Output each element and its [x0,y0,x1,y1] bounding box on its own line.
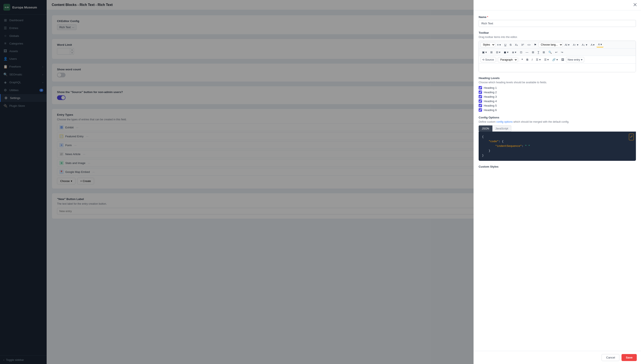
source-label: Source [485,58,494,61]
custom-styles-section: Custom Styles [479,165,636,168]
name-input[interactable] [479,20,636,27]
ai-button[interactable]: AI ▾ [563,42,571,47]
align-button[interactable]: ≡ ▾ [496,42,502,47]
ul-button[interactable]: ☰ ▾ [534,57,542,62]
flag-button[interactable]: ⚑ [532,42,538,47]
show-blocks-button[interactable]: T̲ [536,50,541,55]
expand-icon[interactable]: ⤢ [629,134,634,140]
config-tabs: JSON JavaScript [479,126,636,132]
underline-button[interactable]: U [503,42,508,47]
toolbar-row-3: ⟲ Source Paragraph ❝ B I ☰ ▾ ☰ ▾ 🔗 ▾ 🖼 [479,56,636,64]
image-button[interactable]: 🖼 [560,57,565,62]
find-replace-button[interactable]: 🔍 [547,50,553,55]
toolbar-field-desc: Drag toolbar items into the editor. [479,36,636,38]
modal-header [473,0,641,10]
link-button[interactable]: 🔗 ▾ [551,57,559,62]
list-button[interactable]: ≣ ▾ [510,50,518,55]
heading-1-item: Heading 1 [479,86,636,90]
block-quote-button[interactable]: ◼ ▾ [502,50,510,55]
font-size-down-button[interactable]: A↓ ▾ [580,42,589,47]
heading-4-checkbox[interactable] [479,99,482,103]
heading-2-checkbox[interactable] [479,90,482,94]
special-chars-button[interactable]: ⊞ [489,50,494,55]
config-options-label: Config Options [479,116,636,119]
indent-button[interactable]: — [524,50,530,55]
paragraph-select[interactable]: Paragraph [498,57,518,62]
javascript-tab[interactable]: JavaScript [492,126,511,132]
json-tab[interactable]: JSON [479,126,492,132]
superscript-button[interactable]: X² [520,42,525,47]
modal-close-button[interactable] [633,3,637,7]
toolbar-row-1: Styles ≡ ▾ U S X₂ X² <> ⚑ Choose lang...… [479,41,636,49]
divider [519,58,519,62]
config-options-desc: Define custom config options which shoul… [479,120,636,123]
name-field-label: Name* [479,16,636,19]
toolbar-field-label: Toolbar [479,31,636,34]
modal-body: Name* Toolbar Drag toolbar items into th… [473,10,641,351]
modal-overlay: Name* Toolbar Drag toolbar items into th… [0,0,641,364]
subscript-button[interactable]: X₂ [513,42,519,47]
heading-2-label: Heading 2 [484,91,497,94]
heading-6-checkbox[interactable] [479,108,482,112]
required-star: * [487,16,488,19]
chevron-down-icon: ▾ [581,58,582,61]
toolbar-container: Styles ≡ ▾ U S X₂ X² <> ⚑ Choose lang...… [479,41,636,72]
strikethrough-button[interactable]: S [508,42,513,47]
new-entry-button[interactable]: New entry ▾ [566,57,584,62]
cancel-button[interactable]: Cancel [601,354,619,361]
heading-1-checkbox[interactable] [479,86,482,90]
page-break-button[interactable]: ⊞ [530,50,536,55]
heading-1-label: Heading 1 [484,86,497,90]
language-select[interactable]: Choose lang... [538,42,563,47]
table-button[interactable]: ⊟ ▾ [494,50,502,55]
code-button[interactable]: <> [526,42,532,47]
modal-footer: Cancel Save [473,351,641,364]
bold-button[interactable]: B [525,57,530,62]
heading-levels-desc: Choose which heading levels should be av… [479,81,636,84]
divider [497,58,497,62]
config-code-block: ⤢ { "code": { "indentSequence": " " } } [479,132,636,161]
save-button[interactable]: Save [621,354,637,361]
styles-select[interactable]: Styles [480,42,495,47]
heading-levels-label: Heading Levels [479,76,636,80]
undo-button[interactable]: ↩ [554,50,559,55]
heading-levels-section: Heading Levels Choose which heading leve… [479,76,636,112]
source-button[interactable]: ⟲ Source [480,57,496,62]
heading-4-item: Heading 4 [479,99,636,103]
heading-5-checkbox[interactable] [479,104,482,107]
outdent-button[interactable]: ⊡ [518,50,524,55]
media-button[interactable]: ▣ ▾ [480,50,488,55]
modal-panel: Name* Toolbar Drag toolbar items into th… [473,0,641,364]
source-icon: ⟲ [482,58,484,61]
italic-button[interactable]: I [530,57,534,62]
blockquote-button[interactable]: ❝ [520,57,524,62]
heading-5-item: Heading 5 [479,104,636,107]
toolbar-preview-area[interactable] [479,64,636,72]
heading-6-label: Heading 6 [484,108,497,112]
config-options-link[interactable]: config options [496,120,512,123]
heading-6-item: Heading 6 [479,108,636,112]
redo-button[interactable]: ↪ [559,50,565,55]
heading-2-item: Heading 2 [479,90,636,94]
new-entry-label: New entry [568,58,580,61]
heading-3-item: Heading 3 [479,95,636,98]
ol-button[interactable]: ☰ ▾ [543,57,550,62]
font-bg-button[interactable]: A ▾ [596,42,603,48]
font-color-button[interactable]: A ▾ [589,42,596,47]
heading-3-label: Heading 3 [484,95,497,98]
heading-4-label: Heading 4 [484,100,497,103]
config-options-section: Config Options Define custom config opti… [479,116,636,161]
font-size-up-button[interactable]: A↑ ▾ [571,42,580,47]
toolbar-row-2: ▣ ▾ ⊞ ⊟ ▾ ◼ ▾ ≣ ▾ ⊡ — ⊞ T̲ ⊞ 🔍 ↩ ↪ [479,49,636,56]
source-editing-button2[interactable]: ⊞ [541,50,546,55]
custom-styles-label: Custom Styles [479,165,636,168]
heading-3-checkbox[interactable] [479,95,482,98]
heading-5-label: Heading 5 [484,104,497,107]
